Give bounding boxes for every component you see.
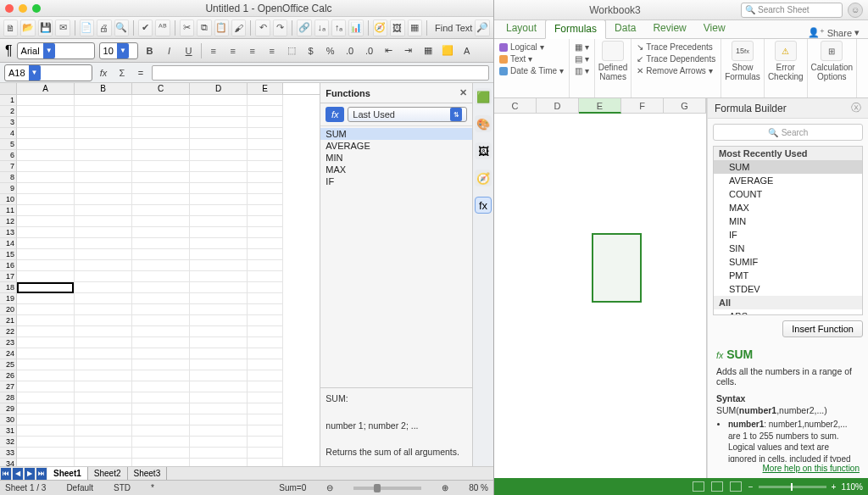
cell[interactable] [248, 205, 283, 216]
cell[interactable] [248, 403, 283, 414]
fb-function-item[interactable]: ABS [714, 309, 862, 315]
row-header[interactable]: 30 [0, 414, 17, 425]
row-header[interactable]: 9 [0, 183, 17, 194]
cell[interactable] [75, 293, 132, 304]
cell[interactable] [17, 249, 75, 260]
sheet-tab[interactable]: Sheet2 [88, 467, 128, 480]
minimize-icon[interactable] [19, 4, 27, 13]
fb-function-item[interactable]: STDEV [714, 282, 862, 296]
cell[interactable] [190, 348, 248, 359]
cell[interactable] [17, 172, 75, 183]
cell[interactable] [190, 205, 248, 216]
cell[interactable] [17, 359, 75, 370]
fb-function-item[interactable]: COUNT [714, 187, 862, 201]
align-center-icon[interactable]: ≡ [225, 43, 241, 58]
page-break-view-icon[interactable] [730, 481, 742, 492]
user-avatar-icon[interactable]: ☺ [848, 3, 863, 18]
cell[interactable] [75, 304, 132, 315]
cell[interactable] [190, 227, 248, 238]
cell[interactable] [17, 95, 75, 106]
align-left-icon[interactable]: ≡ [206, 43, 221, 58]
cell[interactable] [132, 437, 190, 448]
cell[interactable] [248, 437, 283, 448]
underline-button[interactable]: U [181, 43, 197, 58]
cell[interactable] [17, 271, 75, 282]
row-header[interactable]: 8 [0, 172, 17, 183]
row-header[interactable]: 26 [0, 370, 17, 381]
indent-dec-icon[interactable]: ⇤ [381, 43, 397, 58]
cell[interactable] [132, 227, 190, 238]
row-header[interactable]: 10 [0, 194, 17, 205]
cell[interactable] [190, 95, 248, 106]
open-icon[interactable]: 📂 [20, 19, 35, 36]
fb-function-item[interactable]: MIN [714, 214, 862, 228]
column-header[interactable]: E [579, 98, 621, 114]
row-header[interactable]: 1 [0, 95, 17, 106]
equals-icon[interactable]: = [133, 65, 148, 81]
preview-icon[interactable]: 🔍 [114, 19, 129, 36]
spreadsheet-grid[interactable]: ABCDE 1234567891011121314151617181920212… [0, 83, 320, 466]
cell[interactable] [17, 238, 75, 249]
cell[interactable] [132, 403, 190, 414]
cell[interactable] [190, 150, 248, 161]
cell[interactable] [75, 370, 132, 381]
row-header[interactable]: 25 [0, 359, 17, 370]
cell[interactable] [75, 205, 132, 216]
sort-asc-icon[interactable]: ↓ₐ [314, 19, 329, 36]
ribbon-tab-layout[interactable]: Layout [498, 19, 545, 38]
cell[interactable] [75, 106, 132, 117]
cell[interactable] [17, 304, 75, 315]
cell[interactable] [190, 183, 248, 194]
function-item[interactable]: MAX [320, 164, 472, 175]
normal-view-icon[interactable] [693, 481, 704, 492]
close-icon[interactable] [5, 4, 14, 13]
cell[interactable] [248, 194, 283, 205]
functions-tray-icon[interactable]: fx [475, 197, 492, 214]
cell[interactable] [75, 183, 132, 194]
row-header[interactable]: 18 [0, 282, 17, 293]
fb-function-item[interactable]: AVERAGE [714, 174, 862, 187]
cell[interactable] [132, 238, 190, 249]
cell[interactable] [75, 260, 132, 271]
cell[interactable] [132, 326, 190, 337]
cell[interactable] [75, 359, 132, 370]
tab-last-icon[interactable]: ⏭ [36, 468, 47, 480]
column-header[interactable]: B [75, 83, 132, 94]
cell[interactable] [75, 227, 132, 238]
ribbon-tab-view[interactable]: View [695, 19, 734, 38]
tab-first-icon[interactable]: ⏮ [1, 468, 11, 480]
cell[interactable] [132, 381, 190, 392]
cell[interactable] [132, 315, 190, 326]
cell[interactable] [248, 392, 283, 403]
cell[interactable] [17, 205, 75, 216]
function-item[interactable]: AVERAGE [320, 140, 472, 152]
cell[interactable] [132, 150, 190, 161]
cell[interactable] [132, 95, 190, 106]
cell[interactable] [17, 370, 75, 381]
function-item[interactable]: MIN [320, 152, 472, 164]
cell[interactable] [132, 161, 190, 172]
find-icon[interactable]: 🔎 [475, 19, 489, 36]
fx-wizard-icon[interactable]: fx [96, 65, 111, 81]
row-header[interactable]: 24 [0, 348, 17, 359]
fb-function-list[interactable]: Most Recently UsedSUMAVERAGECOUNTMAXMINI… [713, 146, 863, 315]
function-item[interactable]: IF [320, 175, 472, 187]
cell[interactable] [248, 271, 283, 282]
cell[interactable] [17, 326, 75, 337]
email-icon[interactable]: ✉ [55, 19, 70, 36]
row-header[interactable]: 19 [0, 293, 17, 304]
more-lib-icon[interactable]: ▦ ▾ [575, 42, 589, 52]
insert-function-button[interactable]: Insert Function [782, 320, 863, 337]
cell[interactable] [75, 448, 132, 459]
fontcolor-icon[interactable]: A [459, 43, 475, 58]
row-header[interactable]: 16 [0, 260, 17, 271]
cell[interactable] [248, 161, 283, 172]
formula-input[interactable] [152, 65, 489, 81]
cell[interactable] [248, 238, 283, 249]
cell[interactable] [190, 425, 248, 437]
cell[interactable] [17, 381, 75, 392]
autospell-icon[interactable]: ᴬᴮ [155, 19, 170, 36]
cell[interactable] [132, 139, 190, 150]
calc-options-button[interactable]: ⊞ Calculation Options [808, 39, 857, 97]
name-box[interactable]: A18 ▼ [4, 64, 92, 81]
